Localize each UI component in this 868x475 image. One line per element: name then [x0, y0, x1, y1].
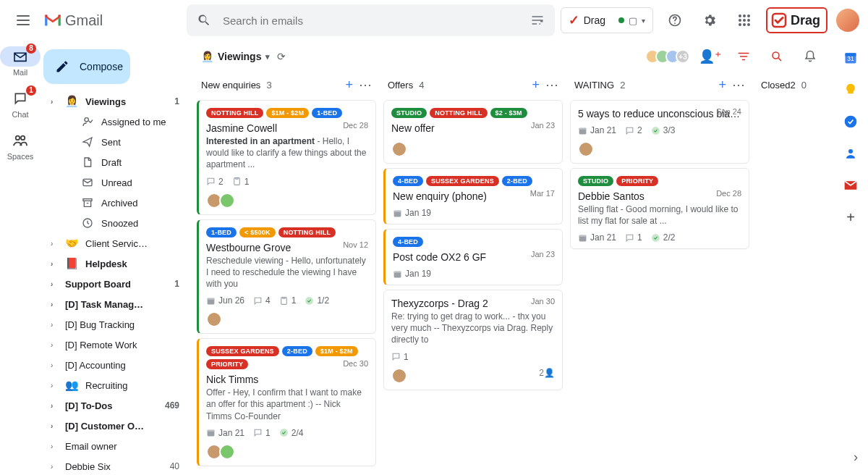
- contacts-addon[interactable]: [843, 146, 858, 161]
- column-header: New enquiries3+⋯: [195, 72, 378, 97]
- card[interactable]: STUDIOPRIORITYDec 28Debbie SantosSelling…: [570, 168, 749, 249]
- sidebar-item[interactable]: ›📕Helpdesk: [41, 253, 191, 274]
- get-addons[interactable]: +: [843, 210, 858, 224]
- rail-spaces[interactable]: Spaces: [0, 130, 41, 161]
- sidebar-item[interactable]: ›[D] To-Dos469: [41, 395, 191, 416]
- sidebar-item[interactable]: Snoozed: [41, 213, 191, 233]
- column-menu-button[interactable]: ⋯: [359, 77, 372, 93]
- svg-rect-21: [208, 298, 215, 299]
- svg-point-1: [674, 22, 676, 24]
- search-options-icon[interactable]: [530, 13, 545, 28]
- drag-addon[interactable]: [843, 178, 858, 193]
- support-button[interactable]: [662, 7, 688, 33]
- sidebar-item[interactable]: ›🤝Client Servic…: [41, 233, 191, 253]
- card[interactable]: SUSSEX GARDENS2-BED$1M - $2MPRIORITYDec …: [197, 338, 376, 466]
- card-date: Dec 28: [716, 189, 741, 198]
- gmail-logo[interactable]: Gmail: [43, 12, 181, 29]
- card-tags: 4-BEDSUSSEX GARDENS2-BED: [393, 176, 555, 186]
- card-tags: STUDIONOTTING HILL$2 - $3M: [391, 108, 555, 118]
- calendar-addon[interactable]: 31: [843, 51, 858, 65]
- sidebar-item[interactable]: Unread: [41, 172, 191, 193]
- profile-avatar[interactable]: [836, 9, 859, 32]
- card-assignees: [391, 141, 407, 157]
- rail-mail[interactable]: 8 Mail: [0, 46, 41, 77]
- board-search-button[interactable]: [764, 43, 790, 70]
- meta-cal: Jan 19: [393, 208, 431, 218]
- tasks-addon[interactable]: [843, 114, 858, 129]
- main-menu-button[interactable]: [9, 6, 38, 35]
- card-meta: Jan 2112/2: [578, 232, 741, 243]
- board-filter-button[interactable]: [731, 43, 757, 70]
- card-snippet: Re: trying to get drag to work... - thx …: [391, 311, 555, 346]
- card-date: Dec 28: [343, 121, 368, 130]
- add-card-button[interactable]: +: [718, 77, 726, 93]
- kanban-board: New enquiries3+⋯NOTTING HILL$1M - $2M1-B…: [191, 72, 833, 475]
- person-icon: [81, 116, 94, 127]
- board-selector[interactable]: 👩‍💼 Viewings ▾: [201, 51, 270, 62]
- card-date: Mar 17: [530, 189, 555, 198]
- chevron-right-icon: ›: [51, 300, 58, 308]
- extra-members: +3: [676, 49, 690, 64]
- rail-chat[interactable]: 1 Chat: [0, 88, 41, 119]
- sidebar-item[interactable]: Sent: [41, 132, 191, 152]
- clock-icon: [81, 217, 94, 229]
- column-menu-button[interactable]: ⋯: [545, 77, 558, 93]
- add-card-button[interactable]: +: [345, 77, 353, 93]
- sidebar-item[interactable]: ›👥Recruiting: [41, 375, 191, 395]
- app-rail: 8 Mail 1 Chat Spaces: [0, 41, 41, 475]
- column-count: 4: [419, 80, 424, 91]
- svg-point-7: [747, 19, 750, 22]
- sidebar-item[interactable]: Archived: [41, 193, 191, 213]
- search-icon: [197, 13, 211, 28]
- sidebar-item[interactable]: ›[D] Accounting: [41, 355, 191, 375]
- column-menu-button[interactable]: ⋯: [732, 77, 745, 93]
- board-members[interactable]: +3: [650, 49, 690, 64]
- search-bar[interactable]: [187, 4, 555, 36]
- card-tags: 1-BED< $500KNOTTING HILL: [206, 227, 368, 238]
- svg-point-36: [652, 234, 660, 242]
- notifications-button[interactable]: [797, 43, 823, 70]
- settings-button[interactable]: [697, 7, 723, 33]
- svg-point-23: [305, 297, 313, 305]
- sidebar-item[interactable]: ›Support Board1: [41, 274, 191, 294]
- chevron-right-icon: ›: [51, 402, 58, 410]
- card-tags: 4-BED: [393, 237, 555, 247]
- compose-button[interactable]: Compose: [43, 49, 130, 84]
- sidebar-item[interactable]: ›[D] Task Manag…: [41, 294, 191, 314]
- rail-chat-badge: 1: [26, 85, 36, 96]
- sidebar-item[interactable]: ›[D] Customer O…: [41, 416, 191, 436]
- card[interactable]: 1-BED< $500KNOTTING HILLNov 12Westbourne…: [197, 219, 376, 335]
- refresh-button[interactable]: ⟳: [277, 51, 286, 62]
- card[interactable]: Sep 245 ways to reduce unconscious bia…J…: [570, 100, 749, 164]
- chevron-right-icon: ›: [51, 463, 58, 471]
- sidebar-item[interactable]: ›Debbie Six40: [41, 456, 191, 475]
- sidebar-item[interactable]: ›Email owner: [41, 436, 191, 456]
- add-card-button[interactable]: +: [532, 77, 540, 93]
- card[interactable]: 4-BEDSUSSEX GARDENS2-BEDMar 17New enquir…: [383, 168, 563, 224]
- card[interactable]: Jan 30Thexyzcorps - Drag ​2Re: trying to…: [383, 290, 563, 390]
- side-panel-collapse[interactable]: ›: [854, 450, 858, 465]
- sidebar-item[interactable]: Assigned to me: [41, 112, 191, 132]
- keep-addon[interactable]: [843, 83, 858, 97]
- card[interactable]: 4-BEDJan 23Post code OX2 6 GFJan 19: [383, 229, 563, 285]
- card[interactable]: STUDIONOTTING HILL$2 - $3MJan 23New offe…: [383, 100, 563, 164]
- app-name: Gmail: [65, 12, 103, 29]
- search-input[interactable]: [223, 14, 519, 27]
- card[interactable]: NOTTING HILL$1M - $2M1-BEDDec 28Jasmine …: [197, 100, 376, 215]
- sidebar-item[interactable]: ›[D] Remote Work: [41, 335, 191, 355]
- sidebar-item[interactable]: ›👩‍💼Viewings1: [41, 91, 191, 112]
- column-count: 0: [801, 80, 807, 91]
- sidebar-item[interactable]: Draft: [41, 152, 191, 172]
- chevron-right-icon: ›: [51, 260, 58, 268]
- sidebar: Compose ›👩‍💼Viewings1Assigned to meSentD…: [41, 41, 191, 475]
- apps-button[interactable]: [731, 7, 757, 33]
- add-member-button[interactable]: 👤⁺: [697, 43, 723, 70]
- sidebar-item[interactable]: ›[D] Bug Tracking: [41, 314, 191, 335]
- chevron-right-icon: ›: [51, 321, 58, 329]
- drag-brand-badge[interactable]: Drag: [766, 7, 827, 33]
- drag-selector-button[interactable]: ✓ Drag ▢ ▾: [561, 7, 653, 33]
- card-meta: Jun 26411/2: [206, 295, 368, 306]
- card-assignees: [206, 193, 235, 209]
- board-column: Closed20+⋯: [755, 72, 833, 97]
- tag: $2 - $3M: [490, 108, 527, 118]
